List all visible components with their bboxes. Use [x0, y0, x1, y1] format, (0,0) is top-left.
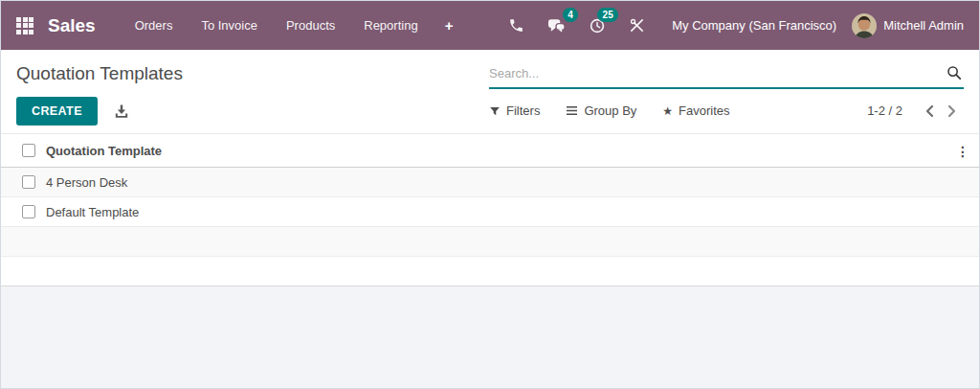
page-background: [1, 286, 979, 388]
page-title: Quotation Templates: [16, 63, 183, 84]
group-by-button[interactable]: Group By: [566, 103, 636, 118]
pager: 1-2 / 2: [867, 103, 964, 120]
top-navbar: Sales Orders To Invoice Products Reporti…: [1, 1, 979, 50]
table-row[interactable]: 4 Person Desk: [1, 168, 979, 197]
create-button[interactable]: CREATE: [16, 97, 98, 126]
quotation-templates-list: Quotation Template ⋮ 4 Person Desk Defau…: [1, 134, 979, 388]
user-menu[interactable]: Mitchell Admin: [852, 13, 964, 38]
pager-previous-button[interactable]: [918, 103, 941, 120]
activities-count-badge: 25: [597, 8, 618, 22]
favorites-button[interactable]: ★ Favorites: [662, 103, 729, 118]
optional-columns-icon[interactable]: ⋮: [950, 134, 975, 168]
search-icon[interactable]: [939, 63, 964, 82]
apps-grid-icon[interactable]: [16, 17, 33, 34]
search-options: Filters Group By ★ Favorites 1-2 / 2: [489, 103, 964, 120]
group-by-label: Group By: [584, 103, 636, 118]
nav-item-products[interactable]: Products: [272, 1, 349, 50]
user-avatar: [852, 13, 877, 38]
control-panel: Quotation Templates CREATE: [1, 50, 979, 134]
company-switcher[interactable]: My Company (San Francisco): [672, 18, 836, 33]
messages-count-badge: 4: [563, 8, 579, 22]
control-panel-bottom: CREATE Filters Group B: [1, 90, 979, 133]
row-checkbox[interactable]: [22, 175, 35, 189]
favorites-label: Favorites: [679, 103, 729, 118]
export-download-icon[interactable]: [114, 103, 129, 119]
pager-range: 1-2 / 2: [867, 103, 902, 118]
search-input[interactable]: [489, 66, 939, 80]
star-icon: ★: [662, 104, 673, 118]
nav-item-orders[interactable]: Orders: [121, 1, 188, 50]
phone-icon[interactable]: [497, 1, 536, 50]
table-row-empty: [1, 227, 979, 257]
user-name: Mitchell Admin: [883, 18, 964, 33]
list-header-row: Quotation Template ⋮: [1, 134, 979, 168]
nav-item-to-invoice[interactable]: To Invoice: [187, 1, 272, 50]
select-all-checkbox[interactable]: [22, 144, 35, 157]
row-name: Default Template: [46, 205, 139, 219]
navbar-right: 4 25 My Company (San Francisco): [497, 1, 964, 50]
messages-icon[interactable]: 4: [536, 1, 577, 50]
row-name: 4 Person Desk: [46, 175, 127, 190]
nav-item-reporting[interactable]: Reporting: [349, 1, 432, 50]
app-name[interactable]: Sales: [48, 15, 96, 36]
table-row[interactable]: Default Template: [1, 197, 979, 227]
search-box: [489, 59, 964, 89]
filters-button[interactable]: Filters: [489, 103, 540, 118]
pager-next-button[interactable]: [941, 103, 964, 120]
filters-label: Filters: [506, 103, 540, 118]
filter-funnel-icon: [489, 105, 501, 117]
nav-plus-button[interactable]: +: [433, 1, 466, 50]
activities-clock-icon[interactable]: 25: [577, 1, 617, 50]
row-checkbox[interactable]: [22, 205, 35, 218]
table-row-empty: [1, 257, 979, 286]
bars-icon: [566, 105, 578, 116]
control-panel-top: Quotation Templates: [1, 50, 979, 90]
column-header-quotation-template[interactable]: Quotation Template: [46, 144, 162, 158]
odoo-window: Sales Orders To Invoice Products Reporti…: [0, 0, 980, 389]
tools-icon[interactable]: [617, 1, 657, 50]
